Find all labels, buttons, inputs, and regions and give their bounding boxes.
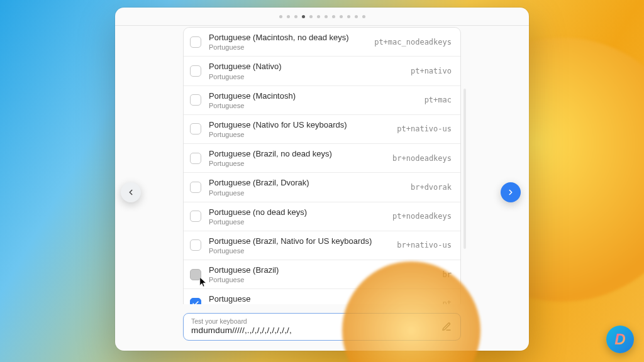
layout-code: pt+nodeadkeys <box>392 212 452 221</box>
layout-name: Portuguese (Macintosh, no dead keys) <box>209 33 368 43</box>
page-dot[interactable] <box>325 15 328 18</box>
layout-category: Portuguese <box>209 276 436 283</box>
layout-checkbox[interactable] <box>190 269 201 280</box>
layout-checkbox[interactable] <box>190 94 201 106</box>
layout-checkbox[interactable] <box>190 239 201 251</box>
layout-category: Portuguese <box>209 131 391 138</box>
layout-row[interactable]: Portuguese (Nativo for US keyboards)Port… <box>184 115 460 144</box>
brand-letter: D <box>614 331 625 348</box>
edit-icon <box>441 322 452 332</box>
next-button[interactable] <box>501 182 521 202</box>
layout-row[interactable]: Portuguese (no dead keys)Portuguesept+no… <box>184 202 460 231</box>
layout-checkbox[interactable] <box>190 65 201 77</box>
layout-category: Portuguese <box>209 102 418 109</box>
layout-name: Portuguese (no dead keys) <box>209 207 386 217</box>
layout-row[interactable]: PortuguesePortuguesept <box>184 289 460 304</box>
test-keyboard-input[interactable]: Test your keyboard mdumdum/////,.,/,/,/,… <box>183 313 461 341</box>
layout-category: Portuguese <box>209 247 391 255</box>
layout-name: Portuguese (Nativo for US keyboards) <box>209 120 391 130</box>
layout-category: Portuguese <box>209 73 404 80</box>
footer: Test your keyboard mdumdum/////,.,/,/,/,… <box>115 304 529 351</box>
layout-category: Portuguese <box>209 43 368 51</box>
test-keyboard-label: Test your keyboard <box>191 317 453 325</box>
chevron-right-icon <box>506 188 515 197</box>
layout-code: br+nativo-us <box>397 241 452 250</box>
page-dot[interactable] <box>294 15 297 18</box>
page-dot[interactable] <box>317 15 320 18</box>
layout-row[interactable]: Portuguese (Nativo)Portuguesept+nativo <box>184 57 460 85</box>
layout-checkbox[interactable] <box>190 153 201 164</box>
layout-row[interactable]: Portuguese (Brazil, no dead keys)Portugu… <box>184 144 460 173</box>
layout-name: Portuguese (Brazil, no dead keys) <box>209 149 386 159</box>
page-dot[interactable] <box>362 15 365 18</box>
layout-row[interactable]: Portuguese (Brazil)Portuguesebr <box>184 260 460 289</box>
page-indicator <box>115 8 529 25</box>
layout-name: Portuguese (Nativo) <box>209 62 404 72</box>
page-dot[interactable] <box>302 15 305 18</box>
chevron-left-icon <box>126 188 135 197</box>
layout-category: Portuguese <box>209 160 386 167</box>
layout-row[interactable]: Portuguese (Brazil, Nativo for US keyboa… <box>184 231 460 260</box>
layout-name: Portuguese (Brazil, Dvorak) <box>209 178 404 188</box>
scrollbar[interactable] <box>464 89 466 249</box>
keyboard-layout-list[interactable]: Portuguese (Macintosh, no dead keys)Port… <box>183 27 461 304</box>
page-dot[interactable] <box>340 15 343 18</box>
setup-window: Portuguese (Macintosh, no dead keys)Port… <box>115 8 529 351</box>
prev-button[interactable] <box>121 182 141 202</box>
page-dot[interactable] <box>332 15 335 18</box>
layout-category: Portuguese <box>209 218 386 226</box>
layout-name: Portuguese <box>209 294 436 304</box>
page-dot[interactable] <box>347 15 350 18</box>
layout-checkbox[interactable] <box>190 182 201 193</box>
layout-row[interactable]: Portuguese (Macintosh, no dead keys)Port… <box>184 28 460 57</box>
layout-code: br <box>443 270 452 279</box>
layout-row[interactable]: Portuguese (Macintosh)Portuguesept+mac <box>184 86 460 115</box>
layout-code: br+nodeadkeys <box>392 154 452 163</box>
layout-row[interactable]: Portuguese (Brazil, Dvorak)Portuguesebr+… <box>184 173 460 202</box>
page-dot[interactable] <box>287 15 290 18</box>
layout-name: Portuguese (Brazil, Nativo for US keyboa… <box>209 236 391 246</box>
keyboard-layout-section: Portuguese (Macintosh, no dead keys)Port… <box>115 26 529 304</box>
layout-code: pt+mac <box>425 96 452 104</box>
brand-badge: D <box>606 326 634 353</box>
layout-category: Portuguese <box>209 189 404 197</box>
layout-code: pt+nativo <box>411 67 452 75</box>
layout-code: pt+nativo-us <box>397 124 452 133</box>
layout-name: Portuguese (Brazil) <box>209 265 436 275</box>
page-dot[interactable] <box>279 15 282 18</box>
layout-checkbox[interactable] <box>190 298 201 304</box>
page-dot[interactable] <box>355 15 358 18</box>
layout-checkbox[interactable] <box>190 123 201 134</box>
layout-code: pt <box>443 299 452 304</box>
layout-checkbox[interactable] <box>190 211 201 222</box>
page-dot[interactable] <box>309 15 313 18</box>
layout-name: Portuguese (Macintosh) <box>209 91 418 101</box>
layout-checkbox[interactable] <box>190 36 201 48</box>
test-keyboard-value: mdumdum/////,.,/,/,/,/,/,/,/,/, <box>191 326 453 335</box>
layout-code: br+dvorak <box>411 183 452 192</box>
layout-code: pt+mac_nodeadkeys <box>374 38 452 47</box>
